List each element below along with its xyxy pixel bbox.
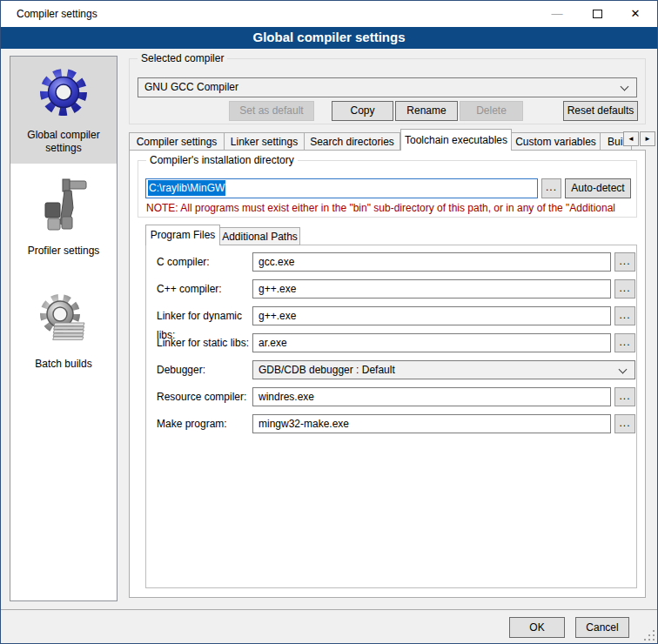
tab-custom-variables[interactable]: Custom variables (512, 132, 601, 151)
sidebar-item-label: Global compiler settings (10, 129, 117, 155)
sidebar-item-batch-builds[interactable]: Batch builds (10, 284, 117, 371)
delete-button[interactable]: Delete (460, 101, 523, 121)
tab-compiler-settings[interactable]: Compiler settings (129, 132, 225, 151)
make-program-label: Make program: (157, 414, 254, 433)
caliper-icon (36, 178, 91, 234)
compiler-tabs: Compiler settings Linker settings Search… (129, 129, 632, 151)
tab-linker-settings[interactable]: Linker settings (225, 132, 305, 151)
chevron-down-icon (619, 366, 628, 374)
c-compiler-field[interactable]: gcc.exe (252, 252, 611, 272)
program-files-panel: C compiler: gcc.exe ... C++ compiler: g+… (145, 245, 637, 588)
static-linker-field[interactable]: ar.exe (252, 333, 611, 352)
compiler-select-value: GNU GCC Compiler (144, 81, 238, 93)
debugger-label: Debugger: (157, 360, 254, 379)
minimize-button[interactable]: — (542, 1, 572, 27)
debugger-select[interactable]: GDB/CDB debugger : Default (252, 360, 635, 379)
tab-scroll-left-button[interactable]: ◄ (623, 131, 639, 146)
resource-compiler-browse-button[interactable]: ... (614, 387, 635, 406)
page-title: Global compiler settings (1, 27, 657, 49)
cancel-button[interactable]: Cancel (575, 617, 629, 638)
settings-category-list: Global compiler settings Profiler settin… (10, 56, 118, 601)
make-program-field[interactable]: mingw32-make.exe (252, 414, 611, 433)
c-compiler-label: C compiler: (157, 252, 254, 272)
maximize-icon (593, 10, 602, 18)
sidebar-item-profiler-settings[interactable]: Profiler settings (10, 171, 117, 258)
tab-scroll-right-button[interactable]: ► (640, 131, 655, 146)
auto-detect-button[interactable]: Auto-detect (565, 178, 631, 198)
gear-stack-icon (36, 292, 91, 347)
maximize-button[interactable] (582, 1, 612, 27)
install-dir-group-label: Compiler's installation directory (146, 154, 298, 166)
make-program-browse-button[interactable]: ... (614, 414, 635, 433)
set-as-default-button[interactable]: Set as default (229, 101, 314, 121)
close-button[interactable]: ✕ (621, 1, 650, 27)
browse-install-dir-button[interactable]: ... (541, 178, 561, 198)
program-tabs: Program Files Additional Paths (145, 225, 300, 245)
install-dir-selected-text: C:\raylib\MinGW (148, 180, 225, 196)
cpp-compiler-field[interactable]: g++.exe (252, 279, 611, 299)
compiler-settings-dialog: Compiler settings — ✕ Global compiler se… (0, 0, 658, 644)
window-title: Compiler settings (17, 1, 97, 27)
cpp-compiler-browse-button[interactable]: ... (614, 279, 635, 299)
compiler-select[interactable]: GNU GCC Compiler (138, 77, 637, 97)
dynamic-linker-browse-button[interactable]: ... (614, 306, 635, 325)
tab-additional-paths[interactable]: Additional Paths (220, 227, 300, 245)
tab-search-directories[interactable]: Search directories (305, 132, 400, 151)
resize-grip[interactable] (644, 630, 655, 641)
sidebar-item-label: Batch builds (10, 358, 117, 371)
rename-button[interactable]: Rename (395, 101, 458, 121)
tab-toolchain-executables[interactable]: Toolchain executables (400, 129, 512, 151)
cpp-compiler-label: C++ compiler: (157, 279, 254, 299)
resource-compiler-label: Resource compiler: (157, 387, 254, 406)
static-linker-label: Linker for static libs: (157, 333, 254, 352)
chevron-down-icon (621, 83, 629, 91)
install-dir-input[interactable]: C:\raylib\MinGW (145, 178, 538, 198)
footer-divider (1, 609, 658, 610)
copy-button[interactable]: Copy (332, 101, 393, 121)
resource-compiler-field[interactable]: windres.exe (252, 387, 611, 406)
c-compiler-browse-button[interactable]: ... (614, 252, 635, 272)
install-dir-note: NOTE: All programs must exist either in … (146, 202, 632, 214)
sidebar-item-global-compiler-settings[interactable]: Global compiler settings (10, 57, 117, 164)
reset-defaults-button[interactable]: Reset defaults (563, 101, 638, 121)
sidebar-item-label: Profiler settings (10, 245, 117, 258)
ok-button[interactable]: OK (509, 617, 565, 638)
tab-program-files[interactable]: Program Files (145, 225, 220, 245)
debugger-select-value: GDB/CDB debugger : Default (258, 364, 395, 376)
static-linker-browse-button[interactable]: ... (614, 333, 635, 352)
blue-gear-icon (36, 64, 91, 120)
title-bar[interactable]: Compiler settings — ✕ (1, 1, 657, 27)
dynamic-linker-field[interactable]: g++.exe (252, 306, 611, 325)
selected-compiler-group-label: Selected compiler (138, 52, 227, 64)
